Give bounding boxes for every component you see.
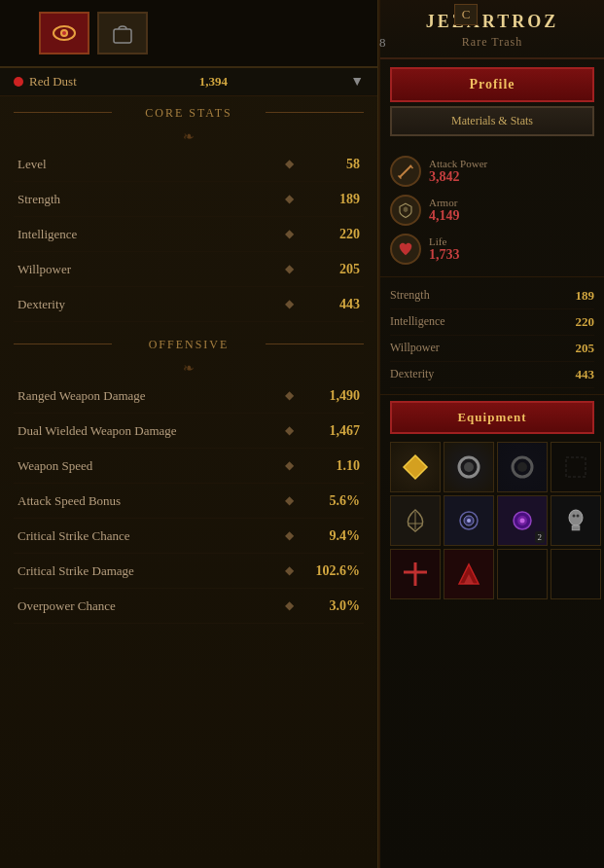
- svg-marker-7: [404, 455, 427, 479]
- equip-slot-10[interactable]: [497, 549, 548, 599]
- equip-slot-5[interactable]: [444, 495, 494, 546]
- svg-rect-22: [572, 525, 580, 530]
- char-header: JEZARTROZ Rare Trash: [380, 0, 604, 59]
- scroll-arrow: ▼: [350, 74, 364, 90]
- svg-point-2: [62, 31, 66, 35]
- right-stat-intelligence: Intelligence 220: [390, 309, 594, 336]
- right-stat-strength: Strength 189: [390, 283, 594, 309]
- left-panel: Red Dust 1,394 ▼ CORE STATS ❧ Level ◆ 58…: [0, 0, 379, 868]
- attack-power-icon: [390, 156, 421, 187]
- armor-icon: [390, 195, 421, 226]
- summary-armor: Armor 4,149: [390, 191, 594, 230]
- stat-intelligence: Intelligence ◆ 220: [14, 217, 364, 252]
- offensive-divider: ❧: [14, 358, 364, 379]
- tab-bar: [0, 0, 377, 68]
- equip-slot-2[interactable]: [497, 442, 548, 492]
- profile-button[interactable]: Profile: [390, 67, 594, 102]
- svg-line-5: [410, 165, 413, 168]
- svg-point-21: [569, 510, 583, 525]
- right-stats: Strength 189 Intelligence 220 Willpower …: [380, 277, 604, 395]
- offensive-stats-header: OFFENSIVE: [14, 328, 364, 358]
- tab-character[interactable]: [39, 12, 89, 54]
- stats-container: CORE STATS ❧ Level ◆ 58 Strength ◆ 189 I…: [0, 96, 377, 861]
- attack-power-label: Attack Power: [429, 158, 594, 169]
- currency-bar: Red Dust 1,394 ▼: [0, 68, 377, 96]
- equip-badge-6: 2: [535, 531, 546, 543]
- armor-value: 4,149: [429, 208, 594, 224]
- stat-strength: Strength ◆ 189: [14, 182, 364, 217]
- c-button[interactable]: C: [454, 4, 478, 25]
- svg-point-11: [517, 462, 527, 472]
- right-stat-dexterity: Dexterity 443: [390, 362, 594, 388]
- tab-inventory[interactable]: [97, 12, 148, 54]
- equip-slot-8[interactable]: [390, 549, 441, 599]
- life-label: Life: [429, 235, 594, 247]
- armor-label: Armor: [429, 197, 594, 208]
- stat-critical-strike-chance: Critical Strike Chance ◆ 9.4%: [14, 519, 364, 554]
- stat-level: Level ◆ 58: [14, 147, 364, 182]
- svg-rect-12: [566, 457, 586, 477]
- life-icon: [390, 234, 421, 265]
- stat-ranged-weapon-damage: Ranged Weapon Damage ◆ 1,490: [14, 379, 364, 414]
- equip-slot-7[interactable]: [551, 495, 601, 546]
- stat-dexterity: Dexterity ◆ 443: [14, 287, 364, 322]
- right-stat-willpower: Willpower 205: [390, 336, 594, 362]
- core-divider: ❧: [14, 127, 364, 147]
- equip-slot-4[interactable]: [390, 495, 441, 546]
- svg-rect-3: [114, 29, 131, 43]
- stat-dual-wielded-weapon-damage: Dual Wielded Weapon Damage ◆ 1,467: [14, 414, 364, 449]
- currency-name: Red Dust: [29, 74, 77, 90]
- stat-critical-strike-damage: Critical Strike Damage ◆ 102.6%: [14, 554, 364, 589]
- materials-button[interactable]: Materials & Stats: [390, 106, 594, 136]
- equip-slot-6[interactable]: 2: [497, 495, 548, 546]
- core-stats-header: CORE STATS: [14, 96, 364, 127]
- currency-value: 1,394: [199, 74, 228, 90]
- char-name: JEZARTROZ: [388, 12, 596, 32]
- attack-power-value: 3,842: [429, 169, 594, 185]
- stat-overpower-chance: Overpower Chance ◆ 3.0%: [14, 589, 364, 624]
- equip-slot-1[interactable]: [444, 442, 494, 492]
- equip-slot-3[interactable]: [551, 442, 601, 492]
- equipment-grid: 2: [380, 438, 604, 603]
- equipment-button[interactable]: Equipment: [390, 401, 594, 434]
- stat-attack-speed-bonus: Attack Speed Bonus ◆ 5.6%: [14, 484, 364, 519]
- summary-life: Life 1,733: [390, 230, 594, 269]
- equip-slot-0[interactable]: [390, 442, 441, 492]
- summary-attack-power: Attack Power 3,842: [390, 152, 594, 191]
- stat-weapon-speed: Weapon Speed ◆ 1.10: [14, 449, 364, 484]
- svg-point-20: [520, 519, 525, 524]
- svg-point-17: [467, 519, 471, 523]
- currency-dot: [14, 77, 23, 87]
- stats-summary: Attack Power 3,842 Armor 4,149: [380, 144, 604, 277]
- edge-label: 8: [379, 35, 386, 51]
- right-panel: JEZARTROZ Rare Trash Profile Materials &…: [378, 0, 604, 868]
- equip-slot-11[interactable]: [551, 549, 601, 599]
- svg-point-24: [577, 515, 580, 518]
- svg-point-23: [573, 515, 576, 518]
- equip-slot-9[interactable]: [444, 549, 494, 599]
- svg-line-4: [400, 165, 411, 177]
- svg-point-9: [464, 462, 474, 472]
- life-value: 1,733: [429, 247, 594, 263]
- char-title: Rare Trash: [388, 35, 596, 50]
- stat-willpower: Willpower ◆ 205: [14, 252, 364, 287]
